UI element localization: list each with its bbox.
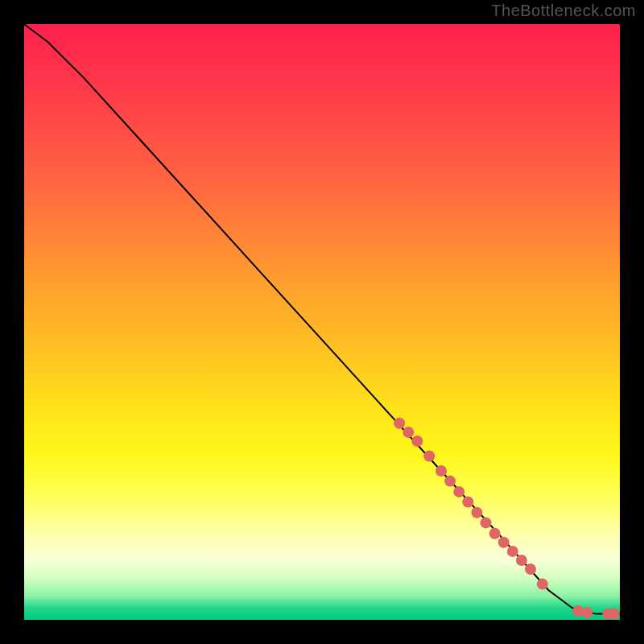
data-marker (402, 427, 414, 438)
plot-area (24, 24, 620, 620)
data-marker (423, 451, 435, 462)
watermark-text: TheBottleneck.com (491, 2, 636, 20)
data-marker (411, 436, 423, 447)
data-marker (394, 418, 405, 429)
data-marker (462, 497, 473, 508)
data-marker (525, 564, 536, 575)
data-marker (507, 546, 518, 557)
data-marker (481, 517, 492, 528)
chart-frame: TheBottleneck.com (0, 0, 644, 644)
data-marker (581, 607, 592, 618)
curve-svg (24, 24, 620, 620)
data-marker (471, 507, 482, 518)
data-marker (537, 579, 548, 590)
data-marker (516, 555, 527, 566)
data-marker (444, 476, 456, 487)
data-marker (436, 465, 447, 477)
data-marker (498, 537, 510, 548)
data-marker (489, 528, 501, 539)
data-marker (609, 609, 620, 620)
data-marker (453, 486, 464, 497)
marker-group (394, 418, 619, 620)
bottleneck-curve (24, 24, 620, 614)
